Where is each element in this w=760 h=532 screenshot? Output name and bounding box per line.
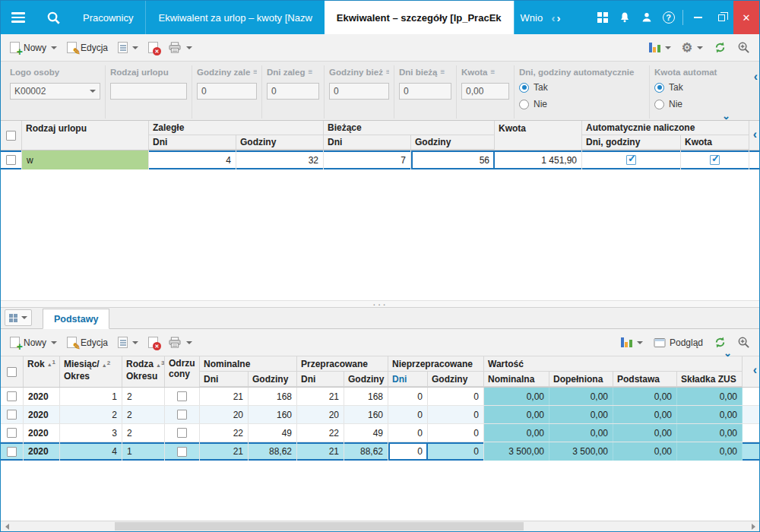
- grid2-select-all-checkbox[interactable]: [1, 356, 24, 387]
- grid2-band-przepracowane[interactable]: Przepracowane: [297, 356, 388, 372]
- cell-wartosc-skladka-zus[interactable]: 0,00: [677, 424, 743, 442]
- cell-nominalne-godziny[interactable]: 88,62: [249, 442, 297, 461]
- radio-nie[interactable]: Nie: [654, 99, 730, 109]
- row-checkbox[interactable]: [1, 424, 24, 442]
- cell-nieprzepracowane-godziny[interactable]: 0: [428, 388, 484, 405]
- preview-button[interactable]: Podgląd: [649, 334, 708, 352]
- cell-wartosc-dopelniona[interactable]: 0,00: [549, 406, 613, 423]
- horizontal-scrollbar[interactable]: [1, 521, 759, 531]
- cell-odrzucony-checkbox[interactable]: [165, 388, 200, 405]
- godziny-biezace-input[interactable]: 0: [329, 83, 389, 100]
- radio-tak[interactable]: Tak: [654, 82, 730, 93]
- logo-osoby-select[interactable]: K00002: [10, 83, 100, 100]
- edit-button[interactable]: ✎ Edycja: [62, 333, 112, 352]
- cell-wartosc-nominalna[interactable]: 0,00: [484, 406, 549, 423]
- cell-zalegle-godziny[interactable]: 32: [236, 150, 324, 169]
- collapse-right-panel-button[interactable]: ‹: [753, 364, 757, 376]
- cell-auto-kwota-checkbox[interactable]: ✓: [681, 150, 749, 169]
- cell-wartosc-skladka-zus[interactable]: 0,00: [677, 388, 743, 405]
- close-button[interactable]: ✕: [733, 1, 759, 34]
- grid1-row[interactable]: w 4 32 7 56 1 451,90 ✓ ✓: [1, 150, 759, 169]
- cell-nominalne-godziny[interactable]: 49: [249, 424, 297, 442]
- grid1-col-auto-dni-godziny[interactable]: Dni, godziny: [582, 135, 681, 150]
- scroll-right-button[interactable]: [747, 521, 759, 531]
- grid2-row[interactable]: 2020 2 2 20 160 20 160 0 0 0,00 0,00 0,0…: [1, 406, 759, 424]
- menu-button[interactable]: [1, 1, 36, 34]
- tabs-scroll-right-icon[interactable]: ›: [557, 11, 561, 24]
- grid2-band-nieprzepracowane[interactable]: Nieprzepracowane: [388, 356, 484, 372]
- grid2-row[interactable]: 2020 3 2 22 49 22 49 0 0 0,00 0,00 0,00 …: [1, 424, 759, 442]
- cell-przepracowane-godziny[interactable]: 88,62: [344, 442, 388, 461]
- edit-button[interactable]: ✎ Edycja: [62, 38, 112, 57]
- print-button[interactable]: [163, 38, 197, 57]
- grid1-col-biezace-dni[interactable]: Dni: [324, 135, 411, 150]
- filter-menu-icon[interactable]: ≡: [491, 68, 496, 76]
- grid2-band-wartosc[interactable]: Wartość: [484, 356, 743, 372]
- tab-podstawy[interactable]: Podstawy: [43, 309, 109, 329]
- row-checkbox[interactable]: [1, 406, 24, 423]
- kwota-input[interactable]: 0,00: [461, 83, 509, 100]
- dni-biezace-input[interactable]: 0: [399, 83, 451, 100]
- choose-button[interactable]: [113, 38, 143, 57]
- tab-wnioski[interactable]: Wnio: [514, 1, 549, 34]
- radio-nie[interactable]: Nie: [519, 99, 644, 109]
- filter-menu-icon[interactable]: ≡: [308, 68, 312, 76]
- cell-wartosc-nominalna[interactable]: 3 500,00: [484, 442, 549, 461]
- row-checkbox[interactable]: [1, 150, 22, 169]
- collapse-filter-panel-button[interactable]: ‹: [754, 71, 758, 83]
- print-button[interactable]: [163, 333, 197, 352]
- cell-auto-dni-godziny-checkbox[interactable]: ✓: [582, 150, 681, 169]
- grid2-col-rodzaj-okresu[interactable]: Rodza▲3 Okresu: [122, 356, 165, 387]
- rodzaj-urlopu-input[interactable]: [110, 83, 187, 100]
- grid2-col-rok[interactable]: Rok▲1: [24, 356, 60, 387]
- minimize-button[interactable]: [686, 1, 710, 34]
- grid2-band-nominalne[interactable]: Nominalne: [200, 356, 297, 372]
- cell-rodzaj-okresu[interactable]: 1: [122, 442, 165, 461]
- row-checkbox[interactable]: [1, 388, 24, 405]
- cell-kwota[interactable]: 1 451,90: [495, 150, 582, 169]
- grid1-band-zalegle[interactable]: Zaległe: [149, 121, 324, 135]
- grid2-row[interactable]: 2020 1 2 21 168 21 168 0 0 0,00 0,00 0,0…: [1, 388, 759, 406]
- cell-wartosc-podstawa[interactable]: 0,00: [613, 406, 677, 423]
- cell-odrzucony-checkbox[interactable]: [165, 442, 200, 461]
- cell-wartosc-skladka-zus[interactable]: 0,00: [677, 442, 743, 461]
- user-button[interactable]: [635, 1, 657, 34]
- cell-wartosc-podstawa[interactable]: 0,00: [613, 388, 677, 405]
- filter-menu-icon[interactable]: ≡: [440, 68, 445, 76]
- cell-wartosc-dopelniona[interactable]: 3 500,00: [549, 442, 613, 461]
- cell-nominalne-dni[interactable]: 20: [200, 406, 249, 423]
- help-button[interactable]: ?: [657, 1, 679, 34]
- notifications-button[interactable]: [613, 1, 635, 34]
- grid1-col-biezace-godziny[interactable]: Godziny: [411, 135, 495, 150]
- grid1-col-zalegle-godziny[interactable]: Godziny: [236, 135, 324, 150]
- cell-wartosc-dopelniona[interactable]: 0,00: [549, 424, 613, 442]
- cell-wartosc-podstawa[interactable]: 0,00: [613, 424, 677, 442]
- grid2-col-nominalne-dni[interactable]: Dni: [200, 372, 249, 387]
- settings-button[interactable]: ⚙: [677, 38, 708, 58]
- refresh-button[interactable]: [709, 37, 731, 58]
- dni-zalegle-input[interactable]: 0: [267, 83, 319, 100]
- grid1-col-auto-kwota[interactable]: Kwota: [681, 135, 749, 150]
- cell-przepracowane-dni[interactable]: 21: [297, 442, 344, 461]
- radio-tak[interactable]: Tak: [519, 82, 644, 93]
- filter-menu-icon[interactable]: ≡: [253, 68, 257, 76]
- cell-przepracowane-godziny[interactable]: 49: [344, 424, 388, 442]
- chart-button[interactable]: [644, 39, 676, 56]
- cell-odrzucony-checkbox[interactable]: [165, 424, 200, 442]
- cell-nieprzepracowane-godziny[interactable]: 0: [428, 406, 484, 423]
- cell-wartosc-skladka-zus[interactable]: 0,00: [677, 406, 743, 423]
- cell-nominalne-godziny[interactable]: 160: [249, 406, 297, 423]
- grid2-col-nominalne-godziny[interactable]: Godziny: [249, 372, 297, 387]
- tab-ekwiwalent-kwoty[interactable]: Ekwiwalent za urlop – kwoty [Nazw: [145, 1, 324, 34]
- row-checkbox[interactable]: [1, 442, 24, 461]
- cell-nieprzepracowane-dni[interactable]: 0: [388, 406, 428, 423]
- cell-biezace-dni[interactable]: 7: [324, 150, 411, 169]
- grid1-band-auto-naliczone[interactable]: Automatycznie naliczone: [582, 121, 749, 135]
- cell-miesiac[interactable]: 1: [60, 388, 122, 405]
- cell-nieprzepracowane-dni[interactable]: 0: [388, 424, 428, 442]
- cell-rok[interactable]: 2020: [24, 442, 60, 461]
- delete-button[interactable]: ✕: [144, 38, 163, 57]
- zoom-button[interactable]: [733, 332, 755, 353]
- cell-zalegle-dni[interactable]: 4: [149, 150, 236, 169]
- cell-przepracowane-dni[interactable]: 22: [297, 424, 344, 442]
